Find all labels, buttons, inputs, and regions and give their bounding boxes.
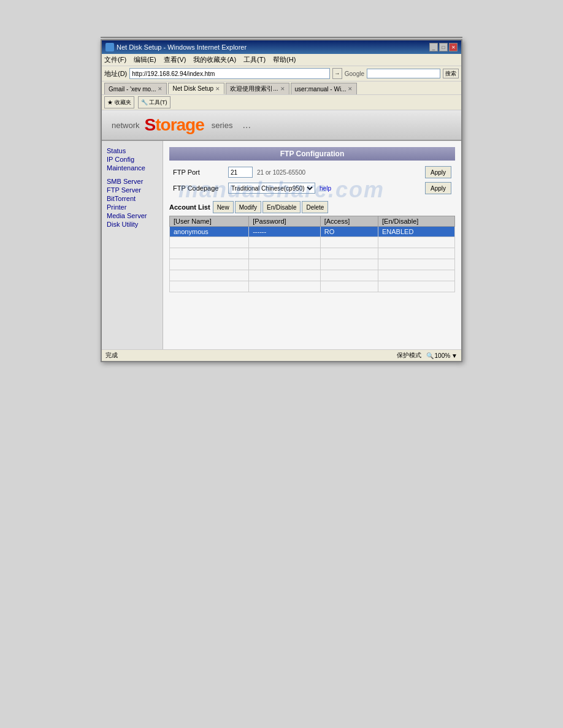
tab-search[interactable]: 欢迎使用搜索引... ✕	[226, 83, 289, 94]
config-table: FTP Port 21 or 1025-65500 Apply	[169, 164, 455, 196]
google-search-button[interactable]: 搜索	[443, 69, 459, 78]
tools-button[interactable]: 🔧 工具(T)	[138, 96, 170, 108]
nas-dots: ...	[242, 119, 250, 131]
col-endisable: [En/Disable]	[378, 216, 455, 227]
status-right: 保护模式 🔍 100% ▼	[397, 351, 458, 360]
browser-content: network Storage series ... Status IP Con…	[102, 110, 461, 349]
nas-s-letter: S	[145, 115, 156, 134]
menu-file[interactable]: 文件(F)	[104, 55, 126, 64]
ftp-port-value-cell: 21 or 1025-65500	[224, 164, 401, 180]
account-table: [User Name] [Password] [Access] [En/Disa…	[169, 216, 455, 292]
empty-cell-18	[249, 281, 321, 292]
ftp-port-input[interactable]	[228, 167, 253, 178]
menu-help[interactable]: 帮助(H)	[273, 55, 296, 64]
ftp-port-apply-button[interactable]: Apply	[425, 166, 451, 178]
endisable-account-button[interactable]: En/Disable	[262, 201, 301, 213]
table-row[interactable]: anonymous ------ RO ENABLED	[170, 227, 455, 237]
tab-search-close[interactable]: ✕	[280, 86, 285, 92]
menu-favorites[interactable]: 我的收藏夹(A)	[193, 55, 236, 64]
account-section: Account List New Modify En/Disable Delet…	[169, 201, 455, 292]
browser-window: Net Disk Setup - Windows Internet Explor…	[101, 39, 462, 362]
menu-edit[interactable]: 编辑(E)	[134, 55, 156, 64]
ftp-codepage-help-link[interactable]: help	[320, 185, 331, 192]
sidebar-item-status[interactable]: Status	[107, 147, 158, 154]
maximize-button[interactable]: □	[439, 43, 448, 51]
empty-cell-12	[378, 259, 455, 270]
address-label: 地址(D)	[104, 69, 127, 78]
col-access: [Access]	[320, 216, 378, 227]
empty-cell-8	[378, 248, 455, 259]
sidebar-item-bittorrent[interactable]: BitTorrent	[107, 195, 158, 202]
zoom-level: 100%	[435, 352, 451, 359]
tab-manual[interactable]: user:manual - Wi... ✕	[291, 83, 358, 94]
ftp-port-label: FTP Port	[169, 164, 224, 180]
empty-cell-16	[378, 270, 455, 281]
tab-netdisk-label: Net Disk Setup	[172, 85, 213, 92]
tab-search-label: 欢迎使用搜索引...	[230, 85, 278, 93]
go-button[interactable]: →	[332, 68, 342, 79]
ftp-codepage-select[interactable]: Traditional Chinese(cp950)	[228, 183, 315, 194]
title-bar: Net Disk Setup - Windows Internet Explor…	[102, 40, 461, 54]
tab-netdisk-close[interactable]: ✕	[215, 86, 220, 92]
zoom-dropdown-icon[interactable]: ▼	[451, 352, 458, 359]
empty-cell-5	[170, 248, 249, 259]
sidebar-divider	[107, 173, 158, 178]
ftp-port-hint: 21 or 1025-65500	[257, 169, 305, 176]
account-password: ------	[249, 227, 321, 237]
ftp-codepage-apply-button[interactable]: Apply	[425, 182, 451, 194]
address-input[interactable]	[129, 68, 329, 79]
sidebar-item-printer[interactable]: Printer	[107, 203, 158, 211]
nas-body: Status IP Config Maintenance SMB Server …	[102, 141, 461, 349]
google-search-input[interactable]	[367, 69, 440, 78]
tab-gmail-close[interactable]: ✕	[158, 86, 163, 92]
empty-cell-4	[378, 237, 455, 248]
menu-tools[interactable]: 工具(T)	[243, 55, 266, 64]
sidebar-item-media-server[interactable]: Media Server	[107, 212, 158, 219]
address-bar: 地址(D) → Google 搜索	[102, 66, 461, 82]
ftp-codepage-row: FTP Codepage Traditional Chinese(cp950) …	[169, 180, 455, 196]
nas-network-label: network	[112, 121, 140, 130]
sidebar-item-smb-server[interactable]: SMB Server	[107, 178, 158, 185]
delete-account-button[interactable]: Delete	[302, 201, 328, 213]
tab-netdisk[interactable]: Net Disk Setup ✕	[168, 83, 224, 94]
empty-cell-6	[249, 248, 321, 259]
new-account-button[interactable]: New	[213, 201, 234, 213]
nas-header: network Storage series ...	[102, 110, 461, 141]
ftp-codepage-label: FTP Codepage	[169, 180, 224, 196]
empty-cell-17	[170, 281, 249, 292]
table-row-empty-2	[170, 248, 455, 259]
title-bar-buttons: _ □ ✕	[429, 43, 458, 51]
protected-mode-label: 保护模式	[397, 351, 421, 360]
tab-manual-close[interactable]: ✕	[348, 86, 353, 92]
ftp-codepage-apply-cell: Apply	[401, 180, 455, 196]
empty-cell-20	[378, 281, 455, 292]
col-username: [User Name]	[170, 216, 249, 227]
nas-sidebar: Status IP Config Maintenance SMB Server …	[102, 141, 163, 349]
zoom-control[interactable]: 🔍 100% ▼	[426, 352, 458, 359]
ie-icon	[105, 43, 114, 51]
ftp-port-row: FTP Port 21 or 1025-65500 Apply	[169, 164, 455, 180]
sidebar-item-maintenance[interactable]: Maintenance	[107, 164, 158, 172]
close-button[interactable]: ✕	[449, 43, 458, 51]
empty-cell-2	[249, 237, 321, 248]
tab-manual-label: user:manual - Wi...	[295, 86, 347, 93]
minimize-button[interactable]: _	[429, 43, 438, 51]
modify-account-button[interactable]: Modify	[235, 201, 261, 213]
browser-title: Net Disk Setup - Windows Internet Explor…	[117, 44, 247, 51]
search-label: Google	[345, 70, 364, 77]
nas-storage-logo: Storage	[145, 115, 204, 135]
sidebar-item-ip-config[interactable]: IP Config	[107, 156, 158, 163]
ftp-codepage-value-cell: Traditional Chinese(cp950) help	[224, 180, 401, 196]
sidebar-item-disk-utility[interactable]: Disk Utility	[107, 221, 158, 228]
nas-torage-text: torage	[155, 115, 204, 134]
tabs-bar: Gmail - 'xev mo... ✕ Net Disk Setup ✕ 欢迎…	[102, 82, 461, 95]
empty-cell-19	[320, 281, 378, 292]
separator-top	[101, 37, 462, 38]
menu-view[interactable]: 查看(V)	[164, 55, 186, 64]
sidebar-item-ftp-server[interactable]: FTP Server	[107, 186, 158, 194]
tab-gmail[interactable]: Gmail - 'xev mo... ✕	[104, 83, 167, 94]
empty-cell-10	[249, 259, 321, 270]
favorites-button[interactable]: ★ 收藏夹	[104, 96, 134, 108]
table-row-empty-4	[170, 270, 455, 281]
ftp-config-header: FTP Configuration	[169, 147, 455, 161]
